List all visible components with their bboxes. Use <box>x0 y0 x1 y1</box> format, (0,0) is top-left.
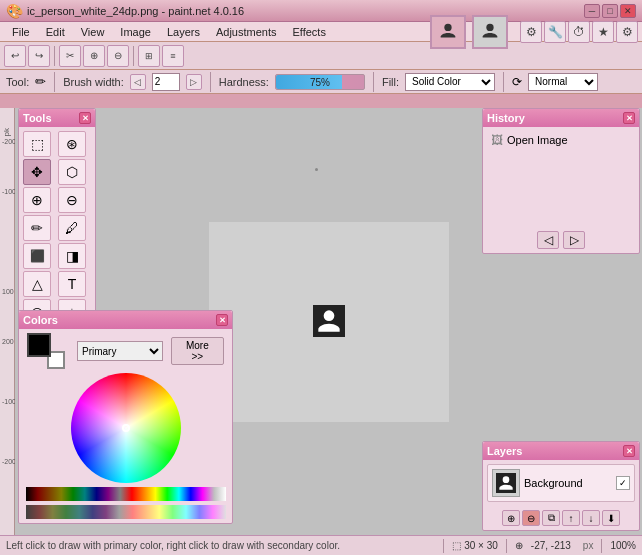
ruler-v-label: pk <box>2 128 11 136</box>
undo-button[interactable]: ↩ <box>4 45 26 67</box>
menu-image[interactable]: Image <box>112 24 159 40</box>
tb-icon2[interactable]: 🔧 <box>544 21 566 43</box>
menu-file[interactable]: File <box>4 24 38 40</box>
layer-thumb-tb[interactable] <box>430 15 466 49</box>
layer-delete-button[interactable]: ⊖ <box>522 510 540 526</box>
status-sep2 <box>506 539 507 553</box>
tool-lasso[interactable]: ⊛ <box>58 131 86 157</box>
history-list: 🖼 Open Image <box>483 127 639 227</box>
blend-icon: ⟳ <box>512 75 522 89</box>
tools-panel-header: Tools ✕ <box>19 109 95 127</box>
vertical-ruler: pk -200 -100 100 200 -100 -200 <box>0 108 15 535</box>
tool-fill[interactable]: ⬛ <box>23 243 51 269</box>
tool-rect-select[interactable]: ⬚ <box>23 131 51 157</box>
color-wheel[interactable] <box>71 373 181 483</box>
tool-zoom-in[interactable]: ⊕ <box>23 187 51 213</box>
tb-icon3[interactable]: ⏱ <box>568 21 590 43</box>
brush-decrement[interactable]: ◁ <box>130 74 146 90</box>
tool-zoom-out[interactable]: ⊖ <box>58 187 86 213</box>
history-panel: History ✕ 🖼 Open Image ◁ ▷ <box>482 108 640 254</box>
opt-sep1 <box>54 72 55 92</box>
tool-pencil[interactable]: ✏ <box>23 215 51 241</box>
color-palette-bar[interactable] <box>26 487 226 501</box>
tool-move[interactable]: ✥ <box>23 159 51 185</box>
color-type-select[interactable]: Primary Secondary <box>77 341 163 361</box>
status-sep3 <box>601 539 602 553</box>
brush-width-label: Brush width: <box>63 76 124 88</box>
layer-move-up-button[interactable]: ↑ <box>562 510 580 526</box>
fill-label: Fill: <box>382 76 399 88</box>
grid-view-btn[interactable]: ⊞ <box>138 45 160 67</box>
tool-paintbrush[interactable]: 🖊 <box>58 215 86 241</box>
layers-panel-header: Layers ✕ <box>483 442 639 460</box>
layer-name: Background <box>524 477 612 489</box>
person-icon-tb <box>437 21 459 43</box>
layer-visibility-toggle[interactable]: ✓ <box>616 476 630 490</box>
svg-point-0 <box>444 23 451 30</box>
status-hint: Left click to draw with primary color, r… <box>6 540 435 551</box>
history-close-button[interactable]: ✕ <box>623 112 635 124</box>
toolbar-separator <box>54 46 55 66</box>
menu-view[interactable]: View <box>73 24 113 40</box>
tool-shapes[interactable]: △ <box>23 271 51 297</box>
tb-icon4[interactable]: ★ <box>592 21 614 43</box>
brush-increment[interactable]: ▷ <box>186 74 202 90</box>
tools-title: Tools <box>23 112 52 124</box>
menu-layers[interactable]: Layers <box>159 24 208 40</box>
redo-button[interactable]: ↪ <box>28 45 50 67</box>
tools-panel: Tools ✕ ⬚ ⊛ ✥ ⬡ ⊕ ⊖ ✏ 🖊 ⬛ ◨ △ T ◎ ⌖ <box>18 108 96 330</box>
opt-sep4 <box>503 72 504 92</box>
tools-grid: ⬚ ⊛ ✥ ⬡ ⊕ ⊖ ✏ 🖊 ⬛ ◨ △ T ◎ ⌖ <box>19 127 95 329</box>
layer-thumb-tb2[interactable] <box>472 15 508 49</box>
status-sep <box>443 539 444 553</box>
layer-move-down-button[interactable]: ↓ <box>582 510 600 526</box>
layer-duplicate-button[interactable]: ⧉ <box>542 510 560 526</box>
primary-color-swatch[interactable] <box>27 333 51 357</box>
fill-select[interactable]: Solid Color <box>405 73 495 91</box>
svg-point-3 <box>323 310 334 321</box>
cut-button[interactable]: ✂ <box>59 45 81 67</box>
layers-close-button[interactable]: ✕ <box>623 445 635 457</box>
tool-label: Tool: <box>6 76 29 88</box>
menu-edit[interactable]: Edit <box>38 24 73 40</box>
tools-close-button[interactable]: ✕ <box>79 112 91 124</box>
canvas-bg <box>209 222 449 422</box>
layers-list: Background ✓ <box>483 464 639 502</box>
cursor-coords: -27, -213 <box>531 540 571 551</box>
paste-button[interactable]: ⊖ <box>107 45 129 67</box>
history-title: History <box>487 112 525 124</box>
history-item-label: Open Image <box>507 134 568 146</box>
color-swatches <box>27 333 65 369</box>
layer-add-button[interactable]: ⊕ <box>502 510 520 526</box>
colors-close-button[interactable]: ✕ <box>216 314 228 326</box>
menu-adjustments[interactable]: Adjustments <box>208 24 285 40</box>
menu-effects[interactable]: Effects <box>285 24 334 40</box>
color-palette-bar2[interactable] <box>26 505 226 519</box>
menubar: File Edit View Image Layers Adjustments … <box>0 22 642 42</box>
history-redo-button[interactable]: ▷ <box>563 231 585 249</box>
coords-icon: ⊕ <box>515 540 523 551</box>
layers-nav: ⊕ ⊖ ⧉ ↑ ↓ ⬇ <box>483 506 639 530</box>
svg-point-5 <box>503 476 510 483</box>
layer-merge-button[interactable]: ⬇ <box>602 510 620 526</box>
brush-width-input[interactable] <box>152 73 180 91</box>
history-item-open-image[interactable]: 🖼 Open Image <box>487 131 635 149</box>
tool-text[interactable]: T <box>58 271 86 297</box>
app-icon: 🎨 <box>6 3 23 19</box>
more-colors-button[interactable]: More >> <box>171 337 224 365</box>
layer-item-background[interactable]: Background ✓ <box>487 464 635 502</box>
list-view-btn[interactable]: ≡ <box>162 45 184 67</box>
person-icon-tb2 <box>479 21 501 43</box>
history-undo-button[interactable]: ◁ <box>537 231 559 249</box>
layer-person-icon <box>496 473 516 493</box>
color-controls-row: Primary Secondary More >> <box>23 333 228 369</box>
blend-select[interactable]: Normal <box>528 73 598 91</box>
tool-recolor[interactable]: ⬡ <box>58 159 86 185</box>
opt-sep2 <box>210 72 211 92</box>
tb-icon1[interactable]: ⚙ <box>520 21 542 43</box>
tool-eraser[interactable]: ◨ <box>58 243 86 269</box>
copy-button[interactable]: ⊕ <box>83 45 105 67</box>
tb-icon5[interactable]: ⚙ <box>616 21 638 43</box>
unit-label: px <box>583 540 594 551</box>
canvas-dot <box>315 168 318 171</box>
